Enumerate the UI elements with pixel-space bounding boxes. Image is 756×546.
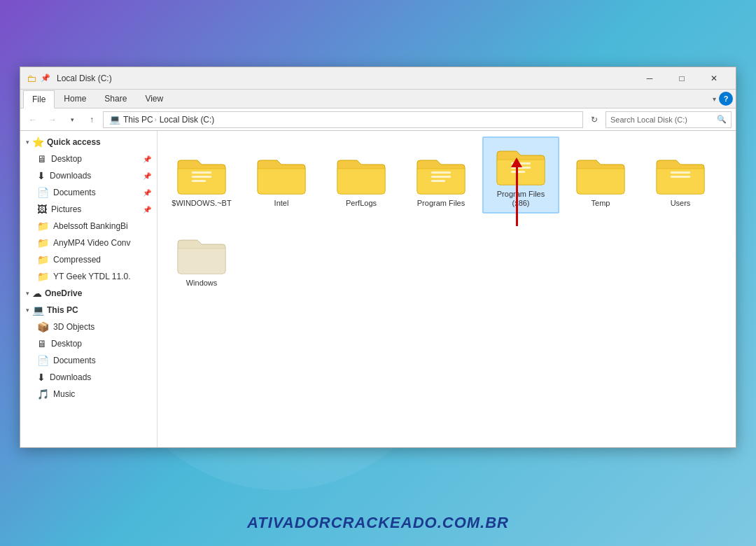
window-pin-icon: 📌 — [40, 73, 51, 84]
folder-windows-label: Windows — [186, 279, 218, 288]
dropdown-button[interactable]: ▾ — [64, 111, 80, 128]
ytgeek-icon: 📁 — [37, 271, 49, 282]
folder-program-files-icon — [416, 154, 466, 196]
pin-icon-documents: 📌 — [143, 189, 151, 197]
pin-icon-pictures: 📌 — [143, 206, 151, 214]
sidebar-item-downloads[interactable]: ⬇ Downloads 📌 — [20, 167, 157, 184]
folder-temp-label: Temp — [592, 199, 610, 208]
maximize-button[interactable]: □ — [666, 67, 698, 90]
folder-program-files[interactable]: Program Files — [402, 136, 479, 214]
refresh-button[interactable]: ↻ — [586, 111, 603, 128]
folder-intel-label: Intel — [274, 199, 289, 208]
sidebar-item-ytgeek[interactable]: 📁 YT Geek YTDL 11.0. — [20, 268, 157, 285]
svg-rect-2 — [192, 180, 206, 182]
pin-icon-downloads: 📌 — [143, 172, 151, 180]
breadcrumb-thispc[interactable]: This PC › — [123, 115, 157, 125]
folder-windows-bt-icon — [176, 154, 227, 196]
svg-rect-4 — [431, 176, 451, 178]
folder-windows-bt-label: $WINDOWS.~BT — [172, 199, 231, 208]
tab-file[interactable]: File — [23, 90, 55, 108]
thispc-computer-icon: 💻 — [32, 304, 44, 316]
watermark: ATIVADORCRACKEADO.COM.BR — [247, 514, 509, 532]
sidebar-item-desktop2[interactable]: 🖥 Desktop — [20, 335, 157, 352]
thispc-chevron: ▾ — [26, 307, 29, 314]
documents-icon: 📄 — [37, 187, 49, 198]
documents2-icon: 📄 — [37, 355, 49, 366]
sidebar-item-anymp4[interactable]: 📁 AnyMP4 Video Conv — [20, 234, 157, 251]
sidebar: ▾ ⭐ Quick access 🖥 Desktop 📌 ⬇ Downloads… — [20, 131, 158, 447]
anymp4-icon: 📁 — [37, 237, 49, 248]
search-box[interactable]: Search Local Disk (C:) 🔍 — [606, 111, 732, 128]
sidebar-item-downloads2[interactable]: ⬇ Downloads — [20, 369, 157, 386]
pin-icon-desktop: 📌 — [143, 155, 151, 163]
folder-perflogs-label: PerfLogs — [346, 199, 377, 208]
compressed-icon: 📁 — [37, 254, 49, 265]
pc-icon: 💻 — [109, 114, 120, 125]
abelssoft-icon: 📁 — [37, 220, 49, 232]
sidebar-item-documents2[interactable]: 📄 Documents — [20, 352, 157, 369]
svg-rect-8 — [511, 171, 525, 173]
svg-rect-0 — [192, 172, 211, 174]
title-bar-icons: 🗀 📌 — [26, 73, 51, 84]
explorer-window: 🗀 📌 Local Disk (C:) ─ □ ✕ File Home Shar… — [20, 66, 736, 448]
folder-users-icon — [655, 154, 706, 196]
folder-program-files-label: Program Files — [417, 199, 465, 208]
sidebar-quickaccess-header[interactable]: ▾ ⭐ Quick access — [20, 134, 157, 150]
downloads2-icon: ⬇ — [37, 372, 46, 383]
sidebar-item-documents[interactable]: 📄 Documents 📌 — [20, 184, 157, 201]
folder-windows[interactable]: Windows — [163, 216, 240, 293]
minimize-button[interactable]: ─ — [634, 67, 666, 90]
sidebar-thispc-header[interactable]: ▾ 💻 This PC — [20, 302, 157, 318]
svg-rect-9 — [671, 172, 690, 174]
sidebar-item-3dobjects[interactable]: 📦 3D Objects — [20, 318, 157, 335]
back-button[interactable]: ← — [24, 111, 41, 128]
quickaccess-label: Quick access — [47, 137, 101, 147]
ribbon-tabs: File Home Share View ▾ ? — [20, 90, 736, 108]
sidebar-item-desktop[interactable]: 🖥 Desktop 📌 — [20, 150, 157, 167]
folder-windows-bt[interactable]: $WINDOWS.~BT — [163, 136, 240, 214]
3dobjects-icon: 📦 — [37, 321, 49, 332]
address-path[interactable]: 💻 This PC › Local Disk (C:) — [103, 111, 583, 128]
search-icon[interactable]: 🔍 — [717, 115, 727, 124]
folder-users[interactable]: Users — [642, 136, 719, 214]
address-bar: ← → ▾ ↑ 💻 This PC › Local Disk (C:) ↻ Se… — [20, 108, 736, 131]
sidebar-item-compressed[interactable]: 📁 Compressed — [20, 251, 157, 268]
sidebar-onedrive-header[interactable]: ▾ ☁ OneDrive — [20, 285, 157, 302]
folder-temp-icon — [575, 154, 626, 196]
folder-program-files-x86-label: Program Files(x86) — [497, 190, 545, 208]
svg-rect-10 — [671, 176, 690, 178]
folder-program-files-x86[interactable]: Program Files(x86) — [482, 136, 559, 214]
forward-button[interactable]: → — [44, 111, 61, 128]
desktop-icon: 🖥 — [37, 153, 47, 164]
tab-home[interactable]: Home — [55, 90, 95, 108]
folder-perflogs-icon — [336, 154, 386, 196]
ribbon: File Home Share View ▾ ? — [20, 90, 736, 108]
music-icon: 🎵 — [37, 388, 49, 400]
title-bar-controls: ─ □ ✕ — [634, 67, 730, 90]
desktop2-icon: 🖥 — [37, 338, 47, 349]
tab-view[interactable]: View — [136, 90, 172, 108]
pictures-icon: 🖼 — [37, 204, 47, 215]
window-title: Local Disk (C:) — [57, 74, 634, 83]
file-area: $WINDOWS.~BT Intel — [158, 131, 736, 447]
main-content: ▾ ⭐ Quick access 🖥 Desktop 📌 ⬇ Downloads… — [20, 131, 736, 447]
svg-rect-3 — [431, 172, 451, 174]
breadcrumb-localdisk[interactable]: Local Disk (C:) — [160, 115, 215, 125]
thispc-label: This PC — [47, 305, 78, 315]
help-button[interactable]: ? — [719, 92, 733, 106]
sidebar-item-pictures[interactable]: 🖼 Pictures 📌 — [20, 201, 157, 218]
folder-perflogs[interactable]: PerfLogs — [323, 136, 400, 214]
tab-share[interactable]: Share — [95, 90, 136, 108]
expand-ribbon-icon[interactable]: ▾ — [713, 95, 716, 103]
close-button[interactable]: ✕ — [698, 67, 730, 90]
sidebar-item-music[interactable]: 🎵 Music — [20, 386, 157, 402]
folder-intel[interactable]: Intel — [243, 136, 320, 214]
onedrive-chevron: ▾ — [26, 290, 29, 297]
svg-rect-1 — [192, 176, 211, 178]
up-button[interactable]: ↑ — [83, 111, 100, 128]
folder-temp[interactable]: Temp — [562, 136, 639, 214]
folder-users-label: Users — [671, 199, 691, 208]
onedrive-cloud-icon: ☁ — [32, 288, 42, 299]
sidebar-item-abelssoft[interactable]: 📁 Abelssoft BankingBi — [20, 218, 157, 234]
quickaccess-chevron: ▾ — [26, 139, 29, 146]
